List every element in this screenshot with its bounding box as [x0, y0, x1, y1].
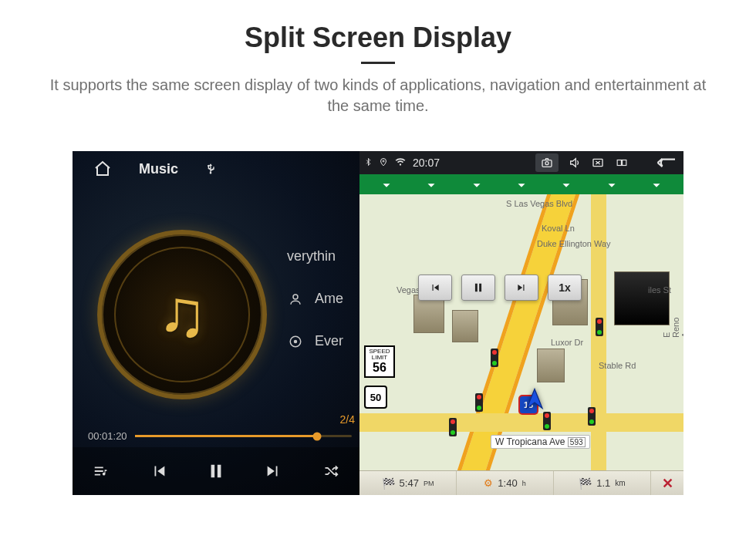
map-next-button[interactable]: [505, 274, 538, 301]
street-label: iles St: [648, 285, 671, 295]
lane-arrow-icon: [424, 177, 438, 191]
music-header-label: Music: [139, 161, 178, 177]
close-app-icon[interactable]: [591, 157, 605, 169]
svg-rect-9: [617, 160, 621, 166]
street-label: Stable Rd: [599, 361, 636, 370]
flag-icon: 🏁: [382, 477, 395, 490]
distance-unit: km: [615, 479, 625, 487]
svg-point-2: [295, 340, 297, 342]
speed-limit-sign: SPEED LIMIT 56: [364, 345, 395, 378]
prev-track-button[interactable]: [143, 463, 174, 480]
track-title-row: verythin: [287, 248, 343, 264]
clock-time: 20:07: [413, 157, 440, 169]
building-icon: [537, 349, 565, 382]
track-title: verythin: [287, 248, 336, 264]
screenshot-icon[interactable]: [535, 153, 559, 172]
building-icon: [452, 310, 478, 342]
clock-cog-icon: ⚙: [484, 477, 493, 489]
street-label: S Las Vegas Blvd: [506, 199, 572, 208]
street-label: Luxor Dr: [551, 338, 583, 347]
map-speed-button[interactable]: 1x: [548, 274, 582, 301]
back-icon[interactable]: [653, 156, 679, 170]
lane-arrow-icon: [559, 177, 573, 191]
svg-rect-4: [218, 465, 221, 478]
wifi-icon: [394, 157, 407, 170]
track-album-row: Ever: [287, 333, 343, 349]
duration-cell[interactable]: ⚙ 1:40 h: [457, 471, 554, 495]
music-topbar: Music: [73, 151, 359, 187]
album-art: ♫: [97, 230, 267, 399]
next-track-button[interactable]: [258, 463, 289, 480]
lane-guidance: [359, 174, 683, 194]
track-artist: Ame: [315, 291, 343, 307]
disc-icon: [287, 335, 304, 349]
traffic-light-icon: [543, 412, 551, 430]
svg-rect-11: [475, 284, 478, 292]
track-counter: 2/4: [340, 413, 355, 426]
route-shield: 50: [364, 386, 387, 409]
svg-point-5: [383, 160, 384, 162]
title-underline: [361, 62, 395, 64]
distance-value: 1.1: [596, 477, 610, 489]
seek-fill: [135, 435, 317, 437]
traffic-light-icon: [596, 318, 603, 336]
device-frame: Music ♫ verythin Ame Ever: [73, 151, 683, 495]
lane-arrow-icon: [515, 177, 528, 191]
street-label: Duke Ellington Way: [537, 239, 611, 248]
svg-point-7: [545, 162, 548, 165]
split-screen-icon[interactable]: [614, 157, 629, 168]
page-description: It supports the same screen display of t…: [39, 75, 717, 116]
traffic-light-icon: [588, 407, 596, 426]
map-pause-button[interactable]: [461, 274, 495, 301]
nav-pane: 20:07: [359, 151, 683, 495]
eta-cell[interactable]: 🏁 5:47 PM: [359, 471, 457, 495]
duration-value: 1:40: [498, 477, 517, 489]
svg-rect-10: [623, 160, 626, 166]
seek-bar[interactable]: [135, 435, 352, 437]
traffic-light-icon: [475, 393, 483, 412]
eta-value: 5:47: [400, 477, 419, 489]
street-label: Koval Ln: [542, 224, 575, 233]
music-pane: Music ♫ verythin Ame Ever: [73, 151, 359, 495]
map-prev-button[interactable]: [418, 274, 452, 301]
svg-rect-3: [211, 465, 215, 478]
bluetooth-icon: [364, 156, 373, 170]
track-meta: verythin Ame Ever: [287, 248, 343, 349]
shuffle-button[interactable]: [316, 463, 346, 479]
nav-close-button[interactable]: ✕: [651, 471, 683, 495]
music-note-icon: ♫: [157, 275, 208, 352]
lane-arrow-icon: [650, 177, 663, 191]
usb-icon[interactable]: [204, 160, 217, 177]
svg-rect-6: [542, 160, 552, 167]
track-artist-row: Ame: [287, 291, 343, 307]
music-controls: [73, 447, 359, 495]
elapsed-time: 00:01:20: [88, 430, 127, 442]
road-horizontal: [359, 413, 683, 432]
volume-icon[interactable]: [568, 157, 582, 169]
map-playback-controls: 1x: [418, 274, 582, 301]
nav-bottom-bar: 🏁 5:47 PM ⚙ 1:40 h 🏁 1.1 km ✕: [359, 470, 683, 495]
status-bar: 20:07: [359, 151, 683, 174]
map-canvas[interactable]: S Las Vegas Blvd Koval Ln Duke Ellington…: [359, 194, 683, 470]
flag-icon: 🏁: [579, 477, 592, 490]
person-icon: [287, 292, 304, 306]
street-label: E Reno Ave: [662, 316, 683, 338]
home-icon[interactable]: [93, 160, 113, 178]
pause-button[interactable]: [201, 461, 231, 481]
location-icon: [379, 156, 388, 170]
distance-cell[interactable]: 🏁 1.1 km: [554, 471, 651, 495]
traffic-light-icon: [491, 349, 498, 367]
svg-point-0: [293, 295, 298, 299]
progress-row: 00:01:20: [88, 430, 352, 442]
lane-arrow-icon: [605, 177, 619, 191]
close-icon: ✕: [662, 475, 673, 492]
lane-arrow-icon: [380, 177, 393, 191]
vehicle-cursor-icon: [523, 387, 546, 410]
seek-knob[interactable]: [312, 432, 321, 440]
lane-arrow-icon: [470, 177, 484, 191]
track-album: Ever: [315, 333, 343, 349]
playlist-button[interactable]: [86, 463, 116, 480]
street-label-current: W Tropicana Ave 593: [491, 435, 590, 449]
traffic-light-icon: [449, 418, 457, 436]
svg-rect-12: [479, 284, 481, 292]
